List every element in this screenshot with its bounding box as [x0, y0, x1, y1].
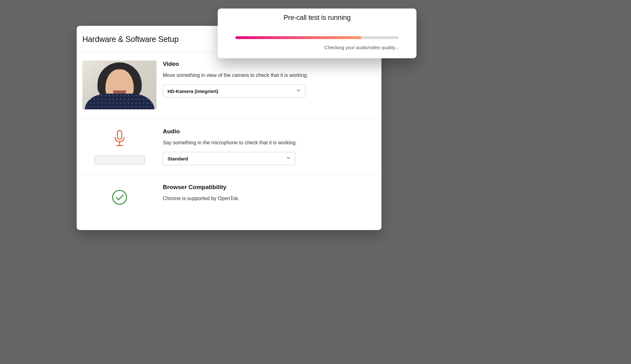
audio-icon-col — [82, 128, 156, 165]
progress-bar — [227, 36, 408, 39]
svg-rect-0 — [117, 130, 122, 139]
browser-heading: Browser Compatibility — [163, 184, 376, 191]
audio-controls: Audio Say something in the microphone to… — [156, 128, 376, 165]
video-device-select[interactable]: HD-Kamera (integriert) — [163, 84, 305, 98]
video-preview-col — [82, 61, 156, 109]
microphone-icon — [113, 130, 126, 148]
toast-status-text: Checking your audio/video quality... — [227, 39, 408, 50]
audio-heading: Audio — [163, 128, 376, 135]
precall-test-toast: Pre-call test is running Checking your a… — [218, 9, 416, 58]
audio-description: Say something in the microphone to check… — [163, 139, 376, 146]
check-circle-icon — [112, 189, 127, 206]
video-heading: Video — [163, 61, 376, 67]
video-device-value: HD-Kamera (integriert) — [168, 89, 218, 94]
toast-title: Pre-call test is running — [227, 14, 408, 22]
chevron-down-icon — [286, 156, 291, 161]
chevron-down-icon — [296, 88, 301, 94]
progress-fill — [235, 36, 361, 39]
browser-description: Chrome is supported by OpenTok. — [163, 195, 376, 202]
video-description: Move something in view of the camera to … — [163, 72, 376, 79]
audio-device-select[interactable]: Standard — [163, 152, 295, 165]
browser-icon-col — [82, 184, 156, 208]
browser-section: Browser Compatibility Chrome is supporte… — [77, 175, 381, 217]
camera-preview — [82, 61, 156, 109]
audio-section: Audio Say something in the microphone to… — [77, 119, 381, 175]
browser-info: Browser Compatibility Chrome is supporte… — [156, 184, 376, 208]
audio-level-meter — [94, 156, 145, 165]
progress-track — [235, 36, 399, 39]
audio-device-value: Standard — [168, 156, 188, 161]
video-controls: Video Move something in view of the came… — [156, 61, 376, 109]
video-section: Video Move something in view of the came… — [77, 52, 381, 119]
svg-point-3 — [112, 190, 126, 204]
